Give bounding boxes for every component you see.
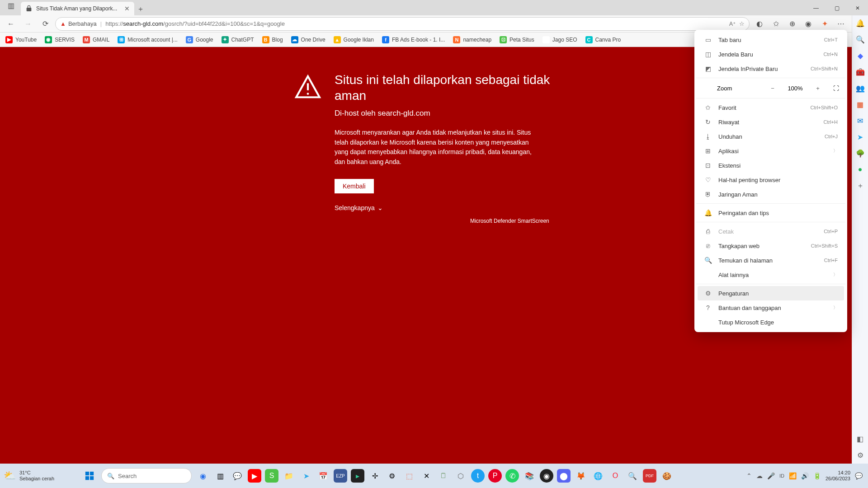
go-back-button[interactable]: Kembali — [335, 179, 374, 193]
maximize-button[interactable]: ▢ — [826, 1, 847, 15]
settings-menu-button[interactable]: ⋯ — [834, 17, 848, 31]
menu-item-riwayat[interactable]: ↻RiwayatCtrl+H — [698, 115, 844, 129]
bookmark-item[interactable]: Nnamecheap — [453, 36, 491, 43]
tb-books-icon[interactable]: 📚 — [523, 469, 536, 483]
tb-chat-icon[interactable]: 💬 — [231, 469, 244, 483]
tb-opera-icon[interactable]: O — [609, 469, 622, 483]
sb-telegram-icon[interactable]: ➤ — [855, 132, 865, 142]
favorites-bar-icon[interactable]: ✩ — [769, 17, 783, 31]
tray-lang-icon[interactable]: ID — [779, 473, 784, 479]
bookmark-item[interactable]: ⊡Peta Situs — [500, 36, 534, 43]
tray-notifications-icon[interactable]: 💬 — [855, 472, 863, 479]
sb-spotify-icon[interactable]: ● — [855, 164, 865, 174]
menu-item-hal-hal-penting-browser[interactable]: ♡Hal-hal penting browser — [698, 173, 844, 187]
taskbar-search[interactable]: 🔍 Search — [101, 468, 192, 483]
sb-settings-icon[interactable]: ⚙ — [855, 450, 865, 460]
bookmark-item[interactable]: ▲Google Iklan — [334, 36, 374, 43]
refresh-button[interactable]: ⟳ — [38, 17, 52, 31]
tb-ezp-icon[interactable]: EZP — [334, 469, 347, 483]
minimize-button[interactable]: ― — [806, 1, 826, 15]
sb-people-icon[interactable]: 👥 — [855, 83, 865, 93]
read-aloud-icon[interactable]: A⁺ — [729, 21, 736, 27]
tray-clock[interactable]: 14:20 26/06/2023 — [826, 470, 850, 481]
extension-pin-icon[interactable]: ✦ — [817, 17, 832, 31]
bookmark-item[interactable]: GGoogle — [186, 36, 213, 43]
back-button[interactable]: ← — [4, 17, 18, 31]
menu-item-tutup-microsoft-edge[interactable]: Tutup Microsoft Edge — [698, 315, 844, 329]
tb-hex-icon[interactable]: ⬡ — [454, 469, 467, 483]
tb-telegram-icon[interactable]: ➤ — [299, 469, 313, 483]
sb-add-icon[interactable]: ＋ — [855, 181, 865, 191]
browser-tab[interactable]: Situs Tidak Aman yang Dilapork... ✕ — [21, 2, 134, 15]
menu-item-tab-baru[interactable]: ▭Tab baruCtrl+T — [698, 33, 844, 47]
tb-edge-icon[interactable]: 🌐 — [591, 469, 605, 483]
tb-twitter-icon[interactable]: t — [471, 469, 485, 483]
sb-dock-icon[interactable]: ◧ — [855, 434, 865, 444]
tray-battery-icon[interactable]: 🔋 — [813, 472, 821, 479]
tb-pdf-icon[interactable]: PDF — [643, 469, 656, 483]
menu-item-jendela-baru[interactable]: ◫Jendela BaruCtrl+N — [698, 47, 844, 61]
bookmark-item[interactable]: BBlog — [262, 36, 283, 43]
bookmark-item[interactable]: ⊞Microsoft account |... — [118, 36, 178, 43]
close-tab-icon[interactable]: ✕ — [124, 5, 130, 12]
tb-calendar-icon[interactable]: 📅 — [316, 469, 330, 483]
bookmark-item[interactable]: ▶YouTube — [5, 36, 37, 43]
tb-cookie-icon[interactable]: 🍪 — [660, 469, 674, 483]
zoom-out-button[interactable]: − — [766, 85, 779, 92]
tb-copilot-icon[interactable]: ◉ — [196, 469, 210, 483]
tb-shuffle-icon[interactable]: ✕ — [420, 469, 433, 483]
security-chip[interactable]: ▲ Berbahaya — [60, 20, 97, 27]
menu-item-pengaturan[interactable]: ⚙Pengaturan — [698, 286, 844, 300]
tb-plus-icon[interactable]: ✢ — [368, 469, 382, 483]
sb-office-icon[interactable]: ▦ — [855, 99, 865, 109]
zoom-in-button[interactable]: + — [811, 85, 824, 92]
tray-mic-icon[interactable]: 🎤 — [767, 472, 775, 479]
sb-bell-icon[interactable]: 🔔 — [855, 18, 865, 28]
menu-item-aplikasi[interactable]: ⊞Aplikasi〉 — [698, 144, 844, 158]
bookmark-item[interactable]: MGMAIL — [83, 36, 109, 43]
sb-outlook-icon[interactable]: ✉ — [855, 116, 865, 126]
bookmark-item[interactable]: ◉SERVIS — [45, 36, 75, 43]
tray-chevron-icon[interactable]: ⌃ — [746, 472, 752, 479]
menu-item-peringatan-dan-tips[interactable]: 🔔Peringatan dan tips — [698, 206, 844, 220]
bookmark-item[interactable]: CCanva Pro — [585, 36, 621, 43]
bookmark-item[interactable]: 🗎Jago SEO — [542, 36, 577, 43]
bookmark-item[interactable]: ✦ChatGPT — [222, 36, 254, 43]
more-info-link[interactable]: Selengkapnya ⌄ — [335, 204, 574, 211]
menu-item-jendela-inprivate-baru[interactable]: ◩Jendela InPrivate BaruCtrl+Shift+N — [698, 61, 844, 76]
sb-search-icon[interactable]: 🔍 — [855, 34, 865, 44]
tb-app1-icon[interactable]: S — [265, 469, 278, 483]
favorite-star-icon[interactable]: ☆ — [739, 20, 745, 27]
tray-wifi-icon[interactable]: 📶 — [789, 472, 797, 479]
tb-firefox-icon[interactable]: 🦊 — [574, 469, 588, 483]
tb-search2-icon[interactable]: 🔍 — [626, 469, 639, 483]
tb-app2-icon[interactable]: ⬚ — [402, 469, 416, 483]
tb-discord-icon[interactable]: ⬤ — [557, 469, 571, 483]
new-tab-button[interactable]: ＋ — [134, 3, 147, 15]
menu-item-alat-lainnya[interactable]: Alat lainnya〉 — [698, 267, 844, 282]
sb-tools-icon[interactable]: 🧰 — [855, 67, 865, 77]
bookmark-item[interactable]: ☁One Drive — [291, 36, 326, 43]
tb-note-icon[interactable]: 🗒 — [437, 469, 450, 483]
menu-item-tangkapan-web[interactable]: ⎚Tangkapan webCtrl+Shift+S — [698, 239, 844, 253]
tb-pinterest-icon[interactable]: P — [488, 469, 502, 483]
tb-obs-icon[interactable]: ◉ — [540, 469, 553, 483]
tb-explorer-icon[interactable]: 📁 — [282, 469, 296, 483]
sb-shop-icon[interactable]: ◆ — [855, 51, 865, 61]
tray-cloud-icon[interactable]: ☁ — [756, 472, 763, 479]
menu-item-temukan-di-halaman[interactable]: 🔍Temukan di halamanCtrl+F — [698, 253, 844, 267]
sb-tree-icon[interactable]: 🌳 — [855, 148, 865, 158]
tb-taskview-icon[interactable]: ▥ — [213, 469, 227, 483]
close-window-button[interactable]: ✕ — [847, 1, 868, 15]
menu-item-ekstensi[interactable]: ⊡Ekstensi — [698, 158, 844, 173]
menu-item-bantuan-dan-tanggapan[interactable]: ?Bantuan dan tanggapan〉 — [698, 300, 844, 315]
menu-item-favorit[interactable]: ✩FavoritCtrl+Shift+O — [698, 100, 844, 115]
tab-actions-icon[interactable]: ▥ — [4, 0, 18, 13]
collections-icon[interactable]: ⊕ — [785, 17, 799, 31]
tb-code-icon[interactable]: ▸ — [351, 469, 364, 483]
fullscreen-icon[interactable]: ⛶ — [833, 85, 839, 92]
tb-youtube-icon[interactable]: ▶ — [248, 469, 261, 483]
tb-whatsapp-icon[interactable]: ✆ — [505, 469, 519, 483]
tray-volume-icon[interactable]: 🔊 — [801, 472, 809, 479]
menu-item-jaringan-aman[interactable]: ⛨Jaringan Aman — [698, 187, 844, 202]
